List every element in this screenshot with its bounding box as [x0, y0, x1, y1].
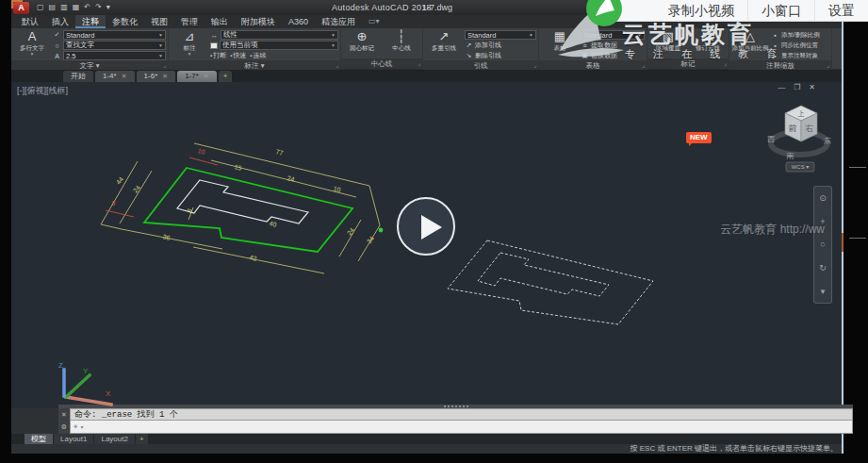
ribbon-options-icon[interactable]: ▭▾ [362, 15, 386, 28]
row-icon: ✓ [53, 31, 61, 39]
doc-title: 1-7.dwg [422, 0, 452, 15]
chevron-down-icon: ▼ [637, 32, 642, 38]
ribbon: A多行文字▼✓Standard▼○查找文字▼A2.5▼文字 ▾⌟⊿标注▼↔线性▼… [11, 28, 842, 70]
panel-label-中心线[interactable]: 中心线⌟ [341, 58, 422, 69]
layout-tab-Layout1[interactable]: Layout1 [54, 434, 93, 444]
redo-icon[interactable]: ↷ [95, 0, 102, 15]
close-icon[interactable]: ✕ [122, 71, 127, 82]
快速-icon: ▪ [230, 53, 232, 58]
customize-icon[interactable]: ⚙ [61, 423, 67, 431]
ribbon-big-button-圆心标记[interactable]: ⊕圆心标记 [343, 29, 381, 58]
ribbon-button-提取数据[interactable]: ≡提取数据 [581, 41, 645, 50]
ribbon-big-button-标注[interactable]: ⊿标注▼ [171, 29, 208, 60]
save-icon[interactable]: ▥ [60, 0, 68, 15]
video-play-button[interactable] [397, 197, 455, 256]
ribbon-big-button-中心线[interactable]: ┆中心线 [383, 29, 420, 58]
添加引线-icon: ↗ [465, 41, 473, 49]
添加当前比例-icon: △ [745, 30, 755, 43]
recorder-button-小窗口[interactable]: 小窗口 [747, 0, 814, 22]
watermark-url: 云艺帆教育 http://ww [720, 222, 825, 238]
app-logo[interactable]: A [13, 2, 29, 14]
layout-tab-模型[interactable]: 模型 [25, 434, 53, 444]
file-tab-1-6*[interactable]: 1-6*✕ [137, 71, 176, 82]
ribbon-tab-默认[interactable]: 默认 [15, 15, 45, 28]
中心线-icon: ┆ [398, 30, 405, 43]
ribbon-big-button-添加当前比例[interactable]: △添加当前比例 [731, 29, 769, 60]
ribbon-tab-附加模块[interactable]: 附加模块 [235, 15, 282, 28]
ribbon-dropdown-Standard[interactable]: Standard▼ [581, 30, 645, 40]
new-file-icon[interactable]: ▢ [37, 0, 44, 15]
print-icon[interactable]: ▦ [73, 0, 80, 15]
restore-icon[interactable]: ❐ [794, 83, 800, 91]
表格-icon: ▦ [554, 30, 565, 43]
ribbon-button-添加引线[interactable]: ↗添加引线 [465, 41, 536, 50]
标注-icon: ⊿ [185, 30, 195, 43]
layout-tab-Layout2[interactable]: Layout2 [94, 434, 134, 444]
recorder-button-设置[interactable]: 设置 [814, 0, 868, 22]
ribbon-input-查找文字[interactable]: ○查找文字▼ [53, 41, 166, 50]
ribbon-big-button-修订云线[interactable]: ☁修订云线 [689, 29, 727, 58]
close-icon[interactable]: ✕ [809, 83, 815, 91]
file-tab-开始[interactable]: 开始 [63, 71, 93, 82]
margin-mark [849, 167, 866, 168]
ribbon-tab-输出[interactable]: 输出 [205, 15, 235, 28]
ribbon-big-button-表格[interactable]: ▦表格 [541, 29, 579, 60]
viewport-controls[interactable]: [-][俯视][线框] [17, 85, 68, 97]
ribbon-button-同步比例位置[interactable]: ▪同步比例位置 [771, 41, 829, 50]
panel-label-标记[interactable]: 标记⌟ [647, 58, 729, 69]
ribbon-dropdown-线性[interactable]: ↔线性▼ [210, 30, 338, 40]
ribbon-button-快速[interactable]: ▪快速 [230, 51, 246, 60]
color-swatch-icon [210, 42, 218, 49]
ribbon-tab-管理[interactable]: 管理 [174, 15, 205, 28]
close-icon[interactable]: ✕ [61, 411, 67, 419]
ribbon-panel-引线: ↗多重引线Standard▼↗添加引线↘删除引线引线⌟ [423, 28, 539, 69]
undo-icon[interactable]: ↶ [84, 0, 90, 15]
panel-launcher-icon[interactable]: ⌟ [418, 58, 420, 69]
close-icon[interactable]: ✕ [204, 71, 209, 82]
ribbon-button-删除引线[interactable]: ↘删除引线 [465, 51, 536, 60]
dropdown-icon[interactable]: ▾ [106, 0, 110, 15]
viewport-window-controls: —❐✕ [778, 83, 815, 91]
ribbon-button-显示注释对象[interactable]: ▪显示注释对象 [771, 51, 829, 60]
ribbon-dropdown-Standard[interactable]: ✓Standard▼ [53, 30, 166, 40]
ribbon-button-添加/删除比例[interactable]: ▪添加/删除比例 [771, 30, 829, 40]
minimize-icon[interactable]: — [778, 83, 785, 91]
file-tab-1-7*[interactable]: 1-7*✕ [177, 71, 217, 82]
ribbon-dropdown-2.5[interactable]: A2.5▼ [53, 51, 166, 60]
new-layout-button[interactable]: + [136, 434, 148, 444]
open-file-icon[interactable]: ▤ [49, 0, 57, 15]
file-tab-1-4*[interactable]: 1-4*✕ [95, 71, 135, 82]
ribbon-tab-注释[interactable]: 注释 [75, 15, 106, 28]
command-crosshair-icon: ⌖ [74, 422, 78, 432]
command-input[interactable]: ⌖ ▾ [70, 421, 853, 434]
panel-launcher-icon[interactable]: ⌟ [724, 58, 727, 69]
chevron-down-icon: ▼ [30, 51, 35, 57]
ribbon-tab-插入[interactable]: 插入 [45, 15, 75, 28]
file-tab-bar: 开始1-4*✕1-6*✕1-7*✕+ [11, 70, 842, 82]
ribbon-dropdown-使用当前项[interactable]: 使用当前项▼ [210, 41, 338, 50]
more-tools-icon[interactable]: ▾ [821, 287, 826, 296]
ribbon-button-链接数据[interactable]: ▣链接数据 [581, 51, 645, 60]
orbit-icon[interactable]: ↻ [819, 263, 827, 273]
steering-wheel-icon[interactable]: ⊙ [819, 193, 827, 203]
ribbon-tab-视图[interactable]: 视图 [144, 15, 174, 28]
ribbon-button-打断[interactable]: ▪打断 [210, 51, 226, 60]
play-icon [421, 215, 442, 240]
ribbon-tab-精选应用[interactable]: 精选应用 [315, 15, 362, 28]
record-frame-corner [11, 0, 13, 8]
ribbon-tab-A360[interactable]: A360 [282, 15, 315, 28]
ribbon-big-button-区域覆盖[interactable]: ▧区域覆盖 [649, 29, 687, 58]
同步比例位置-icon: ▪ [771, 42, 779, 49]
提取数据-icon: ≡ [581, 42, 589, 49]
ribbon-tab-参数化[interactable]: 参数化 [106, 15, 144, 28]
recorder-button-录制小视频[interactable]: 录制小视频 [655, 0, 747, 22]
ribbon-panel-标记: ▧区域覆盖☁修订云线标记⌟ [647, 28, 729, 69]
close-icon[interactable]: ✕ [162, 71, 168, 82]
ribbon-dropdown-Standard[interactable]: Standard▼ [465, 30, 536, 40]
new-drawing-tab-button[interactable]: + [219, 71, 233, 82]
ribbon-button-连续[interactable]: ▪连续 [250, 51, 266, 60]
zoom-icon[interactable]: ○ [820, 240, 825, 249]
显示注释对象-icon: ▪ [771, 53, 779, 59]
ribbon-big-button-多行文字[interactable]: A多行文字▼ [13, 29, 51, 60]
ribbon-big-button-多重引线[interactable]: ↗多重引线 [425, 29, 463, 60]
